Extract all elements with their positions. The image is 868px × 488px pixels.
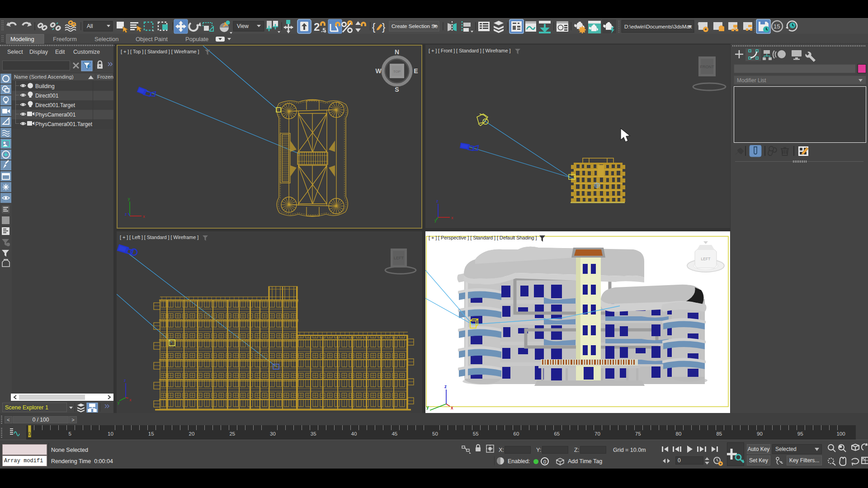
svg-text:[ + ] [ Perspective ] [ Standa: [ + ] [ Perspective ] [ Standard ] [ Def… <box>429 235 537 240</box>
svg-text:z: z <box>436 199 439 203</box>
svg-text:z: z <box>125 212 127 216</box>
svg-text:W: W <box>375 67 382 75</box>
svg-text:{: { <box>372 21 375 33</box>
svg-text:All: All <box>87 23 93 29</box>
svg-text:D:\edwin\Documents\3dsMax: D:\edwin\Documents\3dsMax <box>624 24 692 29</box>
svg-text:[ + ] [ Top ] [ Standard ] [ W: [ + ] [ Top ] [ Standard ] [ Wireframe ] <box>121 49 199 54</box>
svg-text:LEFT: LEFT <box>394 256 404 260</box>
svg-text:}: } <box>382 21 385 33</box>
svg-text:Object Paint: Object Paint <box>136 36 168 42</box>
svg-text:Selection: Selection <box>94 36 118 42</box>
svg-text:y: y <box>426 405 429 410</box>
svg-text:View: View <box>237 23 249 29</box>
svg-text:y: y <box>128 197 130 201</box>
svg-text:S: S <box>395 86 399 93</box>
svg-text:Freeform: Freeform <box>53 36 77 42</box>
svg-text:z: z <box>124 378 126 383</box>
svg-text:N: N <box>395 48 399 56</box>
svg-text:y: y <box>434 218 437 223</box>
svg-text:15: 15 <box>774 23 780 30</box>
svg-text:E: E <box>414 67 418 75</box>
svg-text:z: z <box>444 384 447 389</box>
svg-text:Modeling: Modeling <box>10 36 34 42</box>
svg-text:Create Selection Se: Create Selection Se <box>392 23 438 29</box>
svg-text:2: 2 <box>314 21 320 33</box>
svg-text:x: x <box>451 405 453 410</box>
svg-text:FRONT: FRONT <box>700 65 714 69</box>
svg-text:[ + ] [ Left ] [ Standard ] [: [ + ] [ Left ] [ Standard ] [ Wireframe … <box>120 235 198 240</box>
svg-text:y: y <box>118 400 120 405</box>
svg-text:LEFT: LEFT <box>701 257 711 261</box>
svg-text:TOP: TOP <box>393 70 401 74</box>
svg-text:x: x <box>451 216 453 220</box>
svg-text:x: x <box>143 214 145 219</box>
svg-text:[ + ] [ Front ] [ Standard ] [: [ + ] [ Front ] [ Standard ] [ Wireframe… <box>429 48 510 53</box>
svg-text:Populate: Populate <box>185 36 208 42</box>
svg-text:x: x <box>129 398 132 402</box>
